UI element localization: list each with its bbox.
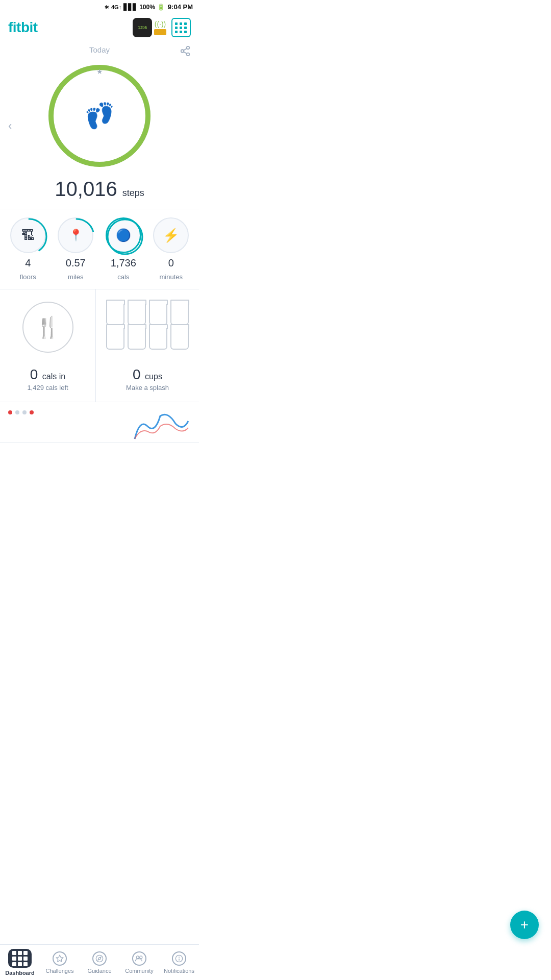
grid-icon — [175, 22, 187, 33]
today-section: Today ‹ ★ 👣 10,016 steps — [0, 43, 199, 209]
minutes-label: minutes — [159, 273, 183, 281]
chart-preview — [130, 408, 191, 443]
miles-value: 0.57 — [66, 257, 86, 269]
grid-dot — [180, 22, 182, 25]
device-signal: ((·)) — [154, 20, 166, 35]
footprint-icon: 👣 — [84, 102, 115, 130]
minutes-circle: ⚡ — [153, 217, 189, 253]
floors-circle: 🏗 — [10, 217, 46, 253]
grid-dot — [180, 31, 182, 33]
status-bar: ∗ 4G↑ ▋▋▋ 100% 🔋 9:04 PM — [0, 0, 199, 14]
svg-point-0 — [187, 46, 190, 50]
svg-line-4 — [184, 48, 187, 51]
water-glass — [170, 304, 189, 325]
prev-day-button[interactable]: ‹ — [8, 119, 12, 133]
cals-in-unit: cals in — [42, 372, 65, 381]
app-header: fitbit 12:6 ((·)) — [0, 14, 199, 43]
floors-stat[interactable]: 🏗 4 floors — [10, 217, 46, 281]
steps-count: 10,016 — [55, 178, 117, 201]
lte-icon: 4G↑ — [111, 4, 121, 10]
grid-dot — [175, 27, 178, 29]
main-content: Today ‹ ★ 👣 10,016 steps — [0, 43, 199, 443]
svg-point-9 — [108, 219, 142, 254]
svg-point-1 — [181, 50, 184, 53]
miles-progress — [57, 217, 96, 256]
page-dot — [30, 410, 34, 414]
cals-in-value: 0 — [30, 366, 38, 382]
sleep-chart — [130, 408, 191, 443]
svg-line-3 — [184, 52, 187, 54]
header-actions: 12:6 ((·)) — [133, 18, 191, 37]
calories-stat[interactable]: 🔵 1,736 cals — [106, 217, 141, 281]
svg-point-2 — [187, 53, 190, 56]
page-dots — [8, 408, 34, 414]
clock: 9:04 PM — [168, 3, 193, 11]
miles-stat[interactable]: 📍 0.57 miles — [58, 217, 93, 281]
page-dot — [8, 410, 12, 414]
device-icon[interactable]: 12:6 — [133, 18, 152, 37]
water-glass — [149, 304, 167, 325]
chart-section — [0, 402, 199, 443]
grid-dot — [175, 31, 178, 33]
water-glass — [106, 304, 124, 325]
page-dot — [22, 410, 27, 414]
cups-unit: cups — [145, 372, 162, 381]
battery-percent: 100% — [139, 4, 155, 11]
food-tile[interactable]: 🍴 0 cals in 1,429 cals left — [0, 289, 96, 402]
menu-button[interactable] — [171, 18, 191, 37]
battery-icon: 🔋 — [157, 4, 165, 11]
fitbit-logo: fitbit — [8, 19, 38, 36]
bluetooth-icon: ∗ — [104, 4, 109, 11]
grid-dot — [184, 22, 187, 25]
water-glass — [149, 328, 167, 350]
share-button[interactable] — [180, 45, 191, 59]
water-subtitle: Make a splash — [126, 384, 169, 391]
wifi-icon: ((·)) — [155, 20, 166, 28]
water-glass — [128, 304, 146, 325]
floors-label: floors — [20, 273, 36, 281]
food-circle: 🍴 — [22, 302, 73, 353]
water-tile[interactable]: 0 cups Make a splash — [96, 289, 199, 402]
stats-row: 🏗 4 floors 📍 0.57 miles 🔵 — [0, 209, 199, 289]
grid-dot — [184, 27, 187, 29]
status-icons: ∗ 4G↑ ▋▋▋ 100% 🔋 — [104, 4, 165, 11]
minutes-stat[interactable]: ⚡ 0 minutes — [153, 217, 189, 281]
water-glass — [106, 328, 124, 350]
svg-point-8 — [59, 219, 94, 254]
floors-value: 4 — [25, 257, 31, 269]
grid-dot — [175, 22, 178, 25]
lightning-icon: ⚡ — [163, 228, 179, 243]
calories-circle: 🔵 — [106, 217, 141, 253]
device-battery — [154, 29, 166, 35]
cups-value: 0 — [133, 366, 141, 382]
steps-ring[interactable]: ★ 👣 — [46, 62, 153, 169]
tiles-row: 🍴 0 cals in 1,429 cals left — [0, 289, 199, 402]
food-stats: 0 cals in 1,429 cals left — [27, 366, 68, 391]
cals-left: 1,429 cals left — [27, 384, 68, 391]
water-glass — [128, 328, 146, 350]
svg-point-7 — [12, 219, 46, 254]
calories-progress — [106, 217, 144, 256]
floors-progress — [10, 217, 48, 256]
grid-dot — [184, 31, 187, 33]
food-icon: 🍴 — [35, 315, 61, 339]
water-glasses — [104, 302, 191, 352]
water-glass — [170, 328, 189, 350]
miles-circle: 📍 — [58, 217, 93, 253]
signal-icon: ▋▋▋ — [123, 4, 137, 11]
today-label: Today — [89, 45, 110, 54]
miles-label: miles — [68, 273, 83, 281]
steps-label: steps — [122, 188, 144, 199]
calories-label: cals — [117, 273, 129, 281]
goal-star: ★ — [96, 67, 103, 76]
page-dot — [15, 410, 19, 414]
minutes-value: 0 — [168, 257, 174, 269]
water-stats: 0 cups Make a splash — [126, 366, 169, 391]
steps-count-row: 10,016 steps — [55, 178, 144, 201]
grid-dot — [180, 27, 182, 29]
calories-value: 1,736 — [111, 257, 136, 269]
